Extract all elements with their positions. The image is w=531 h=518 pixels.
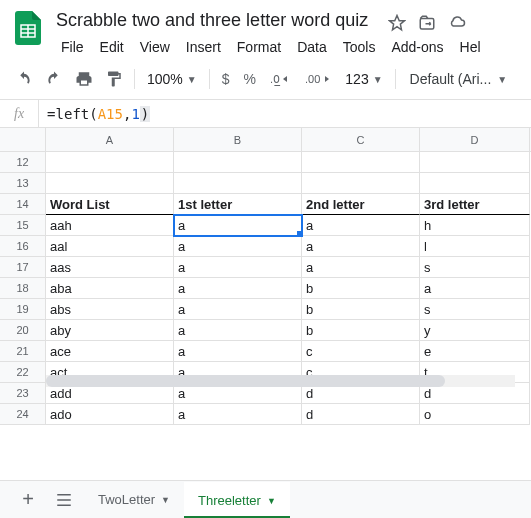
horizontal-scrollbar[interactable] bbox=[46, 375, 515, 387]
cell[interactable]: a bbox=[302, 215, 420, 236]
separator bbox=[395, 69, 396, 89]
cell[interactable]: b bbox=[302, 299, 420, 320]
cell[interactable]: aal bbox=[46, 236, 174, 257]
cell[interactable]: l bbox=[420, 236, 530, 257]
cell[interactable]: b bbox=[302, 278, 420, 299]
chevron-down-icon[interactable]: ▼ bbox=[161, 495, 170, 505]
spreadsheet-grid: A B C D 121314Word List1st letter2nd let… bbox=[0, 128, 531, 425]
cell[interactable] bbox=[420, 152, 530, 173]
cell[interactable]: 2nd letter bbox=[302, 194, 420, 215]
cell[interactable] bbox=[302, 152, 420, 173]
row-header[interactable]: 16 bbox=[0, 236, 46, 257]
cell[interactable]: a bbox=[174, 341, 302, 362]
cell[interactable]: 1st letter bbox=[174, 194, 302, 215]
row-header[interactable]: 19 bbox=[0, 299, 46, 320]
row-header[interactable]: 17 bbox=[0, 257, 46, 278]
row-header[interactable]: 15 bbox=[0, 215, 46, 236]
redo-button[interactable] bbox=[40, 65, 68, 93]
doc-title[interactable]: Scrabble two and three letter word quiz bbox=[52, 8, 372, 33]
cell[interactable]: ace bbox=[46, 341, 174, 362]
cell[interactable]: a bbox=[174, 299, 302, 320]
percent-button[interactable]: % bbox=[238, 65, 262, 93]
menu-edit[interactable]: Edit bbox=[93, 35, 131, 59]
increase-decimal-button[interactable]: .00 bbox=[299, 65, 337, 93]
cell[interactable]: a bbox=[174, 278, 302, 299]
currency-button[interactable]: $ bbox=[216, 65, 236, 93]
row-header[interactable]: 13 bbox=[0, 173, 46, 194]
menu-data[interactable]: Data bbox=[290, 35, 334, 59]
row-header[interactable]: 22 bbox=[0, 362, 46, 383]
cell[interactable]: c bbox=[302, 341, 420, 362]
formula-bar: fx =left(A15,1) bbox=[0, 100, 531, 128]
cell[interactable]: aba bbox=[46, 278, 174, 299]
column-header[interactable]: A bbox=[46, 128, 174, 151]
cell[interactable]: a bbox=[302, 257, 420, 278]
move-icon[interactable] bbox=[418, 14, 436, 32]
cell[interactable]: s bbox=[420, 257, 530, 278]
sheet-tab[interactable]: Threeletter▼ bbox=[184, 482, 290, 518]
font-select[interactable]: Default (Ari...▼ bbox=[402, 71, 516, 87]
cell[interactable]: e bbox=[420, 341, 530, 362]
scrollbar-thumb[interactable] bbox=[46, 375, 445, 387]
menu-format[interactable]: Format bbox=[230, 35, 288, 59]
column-header[interactable]: C bbox=[302, 128, 420, 151]
cell[interactable]: a bbox=[420, 278, 530, 299]
row-header[interactable]: 20 bbox=[0, 320, 46, 341]
cell[interactable]: a bbox=[174, 257, 302, 278]
row-header[interactable]: 21 bbox=[0, 341, 46, 362]
formula-input[interactable]: =left(A15,1) bbox=[39, 106, 531, 122]
cell[interactable]: a bbox=[174, 404, 302, 425]
row-header[interactable]: 14 bbox=[0, 194, 46, 215]
cell[interactable]: o bbox=[420, 404, 530, 425]
cell[interactable]: aby bbox=[46, 320, 174, 341]
select-all-corner[interactable] bbox=[0, 128, 46, 151]
cell[interactable]: a bbox=[174, 215, 302, 236]
decrease-decimal-button[interactable]: .0̲ bbox=[264, 65, 297, 93]
all-sheets-button[interactable] bbox=[48, 484, 80, 516]
cell[interactable]: b bbox=[302, 320, 420, 341]
cell[interactable] bbox=[46, 152, 174, 173]
menu-addons[interactable]: Add-ons bbox=[384, 35, 450, 59]
number-format-select[interactable]: 123▼ bbox=[339, 71, 388, 87]
cell[interactable]: ado bbox=[46, 404, 174, 425]
menu-insert[interactable]: Insert bbox=[179, 35, 228, 59]
column-header[interactable]: D bbox=[420, 128, 530, 151]
cell[interactable] bbox=[420, 173, 530, 194]
menu-help[interactable]: Hel bbox=[453, 35, 488, 59]
cell[interactable] bbox=[302, 173, 420, 194]
column-header[interactable]: B bbox=[174, 128, 302, 151]
cell[interactable]: s bbox=[420, 299, 530, 320]
sheet-tab[interactable]: TwoLetter▼ bbox=[84, 482, 184, 518]
cell[interactable]: y bbox=[420, 320, 530, 341]
cell[interactable]: aas bbox=[46, 257, 174, 278]
row-header[interactable]: 18 bbox=[0, 278, 46, 299]
menu-file[interactable]: File bbox=[54, 35, 91, 59]
undo-button[interactable] bbox=[10, 65, 38, 93]
cell[interactable]: a bbox=[174, 320, 302, 341]
row-header[interactable]: 23 bbox=[0, 383, 46, 404]
cell[interactable] bbox=[174, 152, 302, 173]
row-header[interactable]: 24 bbox=[0, 404, 46, 425]
cell[interactable]: a bbox=[302, 236, 420, 257]
menu-tools[interactable]: Tools bbox=[336, 35, 383, 59]
cell[interactable] bbox=[174, 173, 302, 194]
zoom-select[interactable]: 100%▼ bbox=[141, 71, 203, 87]
star-icon[interactable] bbox=[388, 14, 406, 32]
cell[interactable]: Word List bbox=[46, 194, 174, 215]
menu-view[interactable]: View bbox=[133, 35, 177, 59]
cell[interactable]: aah bbox=[46, 215, 174, 236]
add-sheet-button[interactable]: + bbox=[12, 484, 44, 516]
paint-format-button[interactable] bbox=[100, 65, 128, 93]
chevron-down-icon[interactable]: ▼ bbox=[267, 496, 276, 506]
cell[interactable]: d bbox=[302, 404, 420, 425]
print-button[interactable] bbox=[70, 65, 98, 93]
cell[interactable]: 3rd letter bbox=[420, 194, 530, 215]
sheets-logo[interactable] bbox=[8, 8, 48, 48]
row-header[interactable]: 12 bbox=[0, 152, 46, 173]
cell[interactable] bbox=[46, 173, 174, 194]
chevron-down-icon: ▼ bbox=[497, 74, 507, 85]
cloud-icon[interactable] bbox=[448, 14, 466, 32]
cell[interactable]: a bbox=[174, 236, 302, 257]
cell[interactable]: h bbox=[420, 215, 530, 236]
cell[interactable]: abs bbox=[46, 299, 174, 320]
